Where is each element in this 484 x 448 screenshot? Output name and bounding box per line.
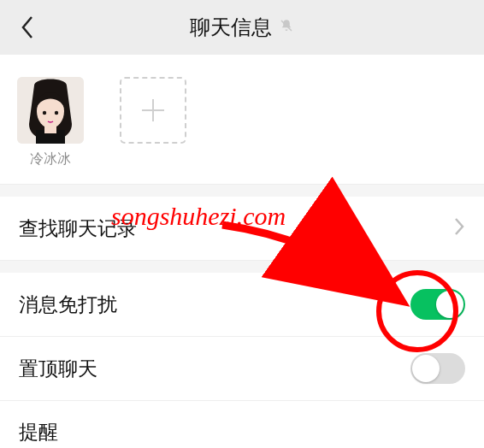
row-remind: 提醒 — [0, 401, 484, 445]
row-search-history[interactable]: 查找聊天记录 — [0, 197, 484, 261]
toggle-knob — [412, 355, 440, 382]
svg-point-3 — [43, 111, 46, 115]
page-title-text: 聊天信息 — [190, 14, 272, 41]
page-title: 聊天信息 — [0, 14, 484, 41]
header: 聊天信息 — [0, 0, 484, 55]
row-label: 消息免打扰 — [19, 292, 117, 318]
section-gap — [0, 185, 484, 197]
chevron-left-icon — [20, 15, 35, 40]
member-name: 冷冰冰 — [17, 150, 84, 168]
avatar — [17, 77, 84, 144]
row-label: 查找聊天记录 — [19, 215, 137, 242]
svg-point-4 — [55, 111, 58, 115]
mute-toggle[interactable] — [410, 289, 465, 320]
row-label: 置顶聊天 — [19, 356, 97, 382]
back-button[interactable] — [10, 10, 44, 44]
member-item[interactable]: 冷冰冰 — [17, 77, 84, 168]
section-gap — [0, 261, 484, 273]
plus-icon — [139, 96, 168, 125]
toggle-knob — [436, 291, 463, 318]
bell-mute-icon — [279, 15, 294, 39]
row-pin: 置顶聊天 — [0, 337, 484, 401]
row-mute: 消息免打扰 — [0, 273, 484, 337]
svg-rect-6 — [44, 127, 56, 133]
pin-toggle[interactable] — [410, 353, 465, 384]
members-section: 冷冰冰 — [0, 55, 484, 185]
row-label: 提醒 — [19, 419, 58, 445]
chevron-right-icon — [453, 216, 465, 240]
add-member-button[interactable] — [120, 77, 186, 144]
